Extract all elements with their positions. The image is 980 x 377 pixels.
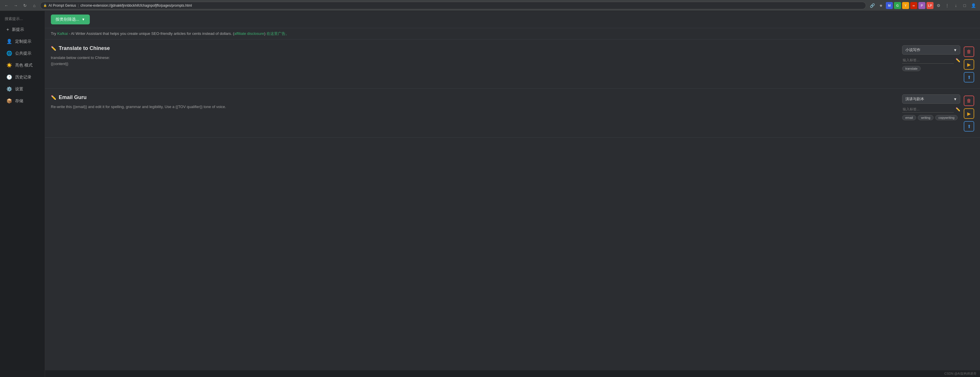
sidebar-item-settings[interactable]: ⚙️ 设置 xyxy=(2,83,43,95)
sidebar-label-custom-prompt: 定制提示 xyxy=(15,39,32,44)
filter-button[interactable]: 按类别筛选... ▼ xyxy=(51,14,90,24)
forward-button[interactable]: → xyxy=(12,2,19,9)
prompt-title-email-guru: ✏️ Email Guru xyxy=(51,94,879,100)
sidebar-label-new-prompt: 新提示 xyxy=(12,27,24,32)
ad-link[interactable]: 在这里广告。 xyxy=(265,32,289,36)
tag-badge-email-2: copywriting xyxy=(935,115,958,120)
sidebar-item-history[interactable]: 🕐 历史记录 xyxy=(2,71,43,83)
prompt-body-email-guru: ✏️ Email Guru Re-write this {{email}} an… xyxy=(51,94,879,110)
category-value-translate: 小说写作 xyxy=(905,48,920,52)
main-content: 按类别筛选... ▼ Try Kafkai - AI Writer Assist… xyxy=(45,11,980,377)
extensions-icon[interactable]: ⚙ xyxy=(935,2,942,9)
sidebar-item-light-mode[interactable]: ☀️ 亮色 模式 xyxy=(2,60,43,71)
banner-prefix: Try xyxy=(51,32,57,36)
upload-button-email-guru[interactable]: ⬆ xyxy=(964,121,974,131)
address-separator: | xyxy=(78,3,79,8)
back-button[interactable]: ← xyxy=(3,2,10,9)
chevron-down-icon: ▼ xyxy=(82,17,85,22)
trash-icon-translate: 🗑 xyxy=(967,49,971,54)
plus-icon: + xyxy=(6,27,9,32)
sidebar-label-settings: 设置 xyxy=(15,87,23,92)
tags-row-email-guru: email writing copywriting xyxy=(902,115,960,120)
dropdown-arrow-email-guru: ▼ xyxy=(953,97,957,101)
menu-icon[interactable]: ⋮ xyxy=(943,2,951,9)
upload-icon-translate: ⬆ xyxy=(967,74,971,80)
globe-icon: 🌐 xyxy=(6,51,12,56)
pencil-icon: ✏️ xyxy=(51,46,56,51)
sidebar-item-public-prompt[interactable]: 🌐 公共提示 xyxy=(2,48,43,59)
chrome-bar: ← → ↻ ⌂ 🔒 AI Prompt Genius | chrome-exte… xyxy=(0,0,980,11)
sidebar-label-public-prompt: 公共提示 xyxy=(15,51,32,56)
delete-button-translate[interactable]: 🗑 xyxy=(964,46,974,57)
clock-icon: 🕐 xyxy=(6,74,12,80)
upload-icon-email-guru: ⬆ xyxy=(967,124,971,129)
window-icon[interactable]: □ xyxy=(961,2,968,9)
tag-input-row-email-guru: ✏️ xyxy=(902,106,960,113)
tag-input-translate[interactable] xyxy=(902,57,954,63)
ext-green-icon[interactable]: G xyxy=(894,2,901,9)
home-button[interactable]: ⌂ xyxy=(31,2,38,9)
lock-icon: 🔒 xyxy=(43,4,47,7)
storage-icon: 📦 xyxy=(6,98,12,104)
tag-badge-email-0: email xyxy=(902,115,916,120)
tags-row-translate: translate xyxy=(902,66,960,71)
sidebar-item-new-prompt[interactable]: + 新提示 xyxy=(2,24,43,35)
action-buttons-email-guru: 🗑 ▶ ⬆ xyxy=(964,94,974,131)
sidebar-search-placeholder[interactable]: 搜索提示... xyxy=(0,14,45,24)
upload-button-translate[interactable]: ⬆ xyxy=(964,72,974,82)
sidebar: 搜索提示... + 新提示 👤 定制提示 🌐 公共提示 ☀️ 亮色 模式 🕐 历… xyxy=(0,11,45,377)
category-select-translate[interactable]: 小说写作 ▼ xyxy=(902,45,960,55)
affiliate-link[interactable]: affiliate disclosure xyxy=(234,32,264,36)
dropdown-arrow-translate: ▼ xyxy=(953,48,957,52)
top-bar: 按类别筛选... ▼ xyxy=(45,11,980,28)
user-icon: 👤 xyxy=(6,39,12,44)
prompt-title-translate: ✏️ Translate to Chinese xyxy=(51,45,879,51)
category-value-email-guru: 演讲与剧本 xyxy=(905,97,924,101)
ext-yahoo-icon[interactable]: Y xyxy=(902,2,909,9)
app-footer: CSDN @AI架构师易哥 xyxy=(45,370,980,377)
tag-badge-email-1: writing xyxy=(918,115,934,120)
prompt-card-email-guru: ✏️ Email Guru Re-write this {{email}} an… xyxy=(45,89,980,138)
prompt-body-line1: translate below content to Chinese: xyxy=(51,55,110,60)
category-select-email-guru[interactable]: 演讲与剧本 ▼ xyxy=(902,94,960,104)
sidebar-label-storage: 存储 xyxy=(15,98,23,104)
star-icon[interactable]: ★ xyxy=(877,2,885,9)
sidebar-label-light-mode: 亮色 模式 xyxy=(15,63,33,68)
prompt-card-right-translate: 小说写作 ▼ ✏️ translate xyxy=(885,45,960,71)
site-name: AI Prompt Genius xyxy=(49,3,76,8)
tag-input-row-translate: ✏️ xyxy=(902,57,960,63)
ext-msedge-icon[interactable]: M xyxy=(886,2,893,9)
share-icon[interactable]: 🔗 xyxy=(869,2,876,9)
banner-description: - AI Writer Assistant that helps you cre… xyxy=(68,32,234,36)
kafkai-link[interactable]: Kafkai xyxy=(57,32,68,36)
play-icon-translate: ▶ xyxy=(967,62,971,67)
pencil-icon-email: ✏️ xyxy=(51,95,56,100)
sidebar-item-custom-prompt[interactable]: 👤 定制提示 xyxy=(2,36,43,47)
ext-purple-icon[interactable]: P xyxy=(918,2,925,9)
ext-red-icon[interactable]: ∞ xyxy=(910,2,917,9)
tag-input-email-guru[interactable] xyxy=(902,106,954,113)
tag-edit-icon-email-guru[interactable]: ✏️ xyxy=(956,107,960,111)
prompts-list: ✏️ Translate to Chinese translate below … xyxy=(45,40,980,370)
prompt-title-text-translate: Translate to Chinese xyxy=(59,45,110,51)
prompt-card-translate: ✏️ Translate to Chinese translate below … xyxy=(45,40,980,89)
filter-button-label: 按类别筛选... xyxy=(56,17,80,22)
sun-icon: ☀️ xyxy=(6,62,12,68)
address-bar[interactable]: 🔒 AI Prompt Genius | chrome-extension://… xyxy=(40,2,866,9)
trash-icon-email-guru: 🗑 xyxy=(967,98,971,103)
sidebar-item-storage[interactable]: 📦 存储 xyxy=(2,95,43,106)
prompt-body-translate: ✏️ Translate to Chinese translate below … xyxy=(51,45,879,67)
ext-lastpass-icon[interactable]: LP xyxy=(926,2,934,9)
tag-edit-icon-translate[interactable]: ✏️ xyxy=(956,58,960,62)
refresh-button[interactable]: ↻ xyxy=(22,2,29,9)
download-icon[interactable]: ↓ xyxy=(952,2,960,9)
delete-button-email-guru[interactable]: 🗑 xyxy=(964,95,974,106)
sidebar-label-history: 历史记录 xyxy=(15,74,32,80)
prompt-content-translate: translate below content to Chinese: {{co… xyxy=(51,55,879,67)
play-button-translate[interactable]: ▶ xyxy=(964,59,974,70)
tag-badge-translate-0: translate xyxy=(902,66,921,71)
banner: Try Kafkai - AI Writer Assistant that he… xyxy=(45,28,980,40)
profile-icon[interactable]: 👤 xyxy=(969,2,977,9)
play-button-email-guru[interactable]: ▶ xyxy=(964,108,974,119)
footer-text: CSDN @AI架构师易哥 xyxy=(944,372,977,375)
